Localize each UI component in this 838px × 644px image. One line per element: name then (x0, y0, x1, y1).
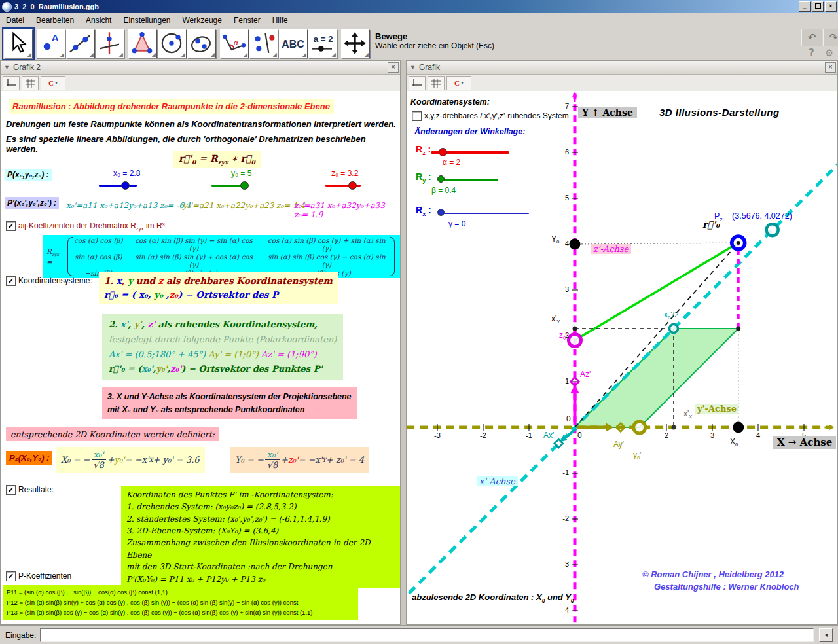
grid-toggle-button[interactable] (428, 76, 445, 90)
Rz-slider-handle[interactable] (439, 148, 447, 156)
menu-item-hilfe[interactable]: Hilfe (266, 14, 294, 26)
move-view-tool[interactable]: ◢ (341, 29, 370, 58)
c-style-icon: C (454, 79, 460, 87)
x0-slider-handle[interactable] (121, 181, 130, 190)
point-x0p-on-diagonal[interactable] (767, 224, 778, 236)
Rx-slider-handle[interactable] (437, 209, 445, 216)
right-canvas[interactable]: -4-3-2-11234567-3-2-12345Y ↑ Achse3D Ill… (407, 91, 837, 624)
system-3-line-1: 3. X und Y-Achse als Koordinatensystem d… (107, 390, 352, 403)
koordinatensysteme-checkbox[interactable]: ✓ (6, 276, 16, 286)
algebra-input[interactable] (40, 628, 814, 642)
close-button[interactable]: × (825, 1, 837, 12)
result-line: 1. drehendes System: (x₀y₀z₀) = (2.8,5,3… (126, 501, 395, 512)
menu-item-einstellungen[interactable]: Einstellungen (117, 14, 176, 26)
collapse-icon[interactable]: ▼ (407, 64, 419, 71)
result-box: Koordinaten des Punktes P' im -Koordinat… (121, 486, 400, 588)
helper-dot-xY[interactable] (573, 327, 577, 331)
input-history-button[interactable]: ◂ (819, 628, 833, 642)
grid-toggle-button[interactable] (22, 76, 39, 90)
result-line: P'(X₀Y₀) = P11 x₀ + P12y₀ + P13 z₀ (126, 573, 395, 585)
P2-point-label[interactable]: P₂(X₀,Y₀) : (6, 451, 52, 465)
P-prime-label[interactable]: P'(x₀',y₀',z₀') : (5, 197, 59, 209)
X0-formula: X₀ = − x₀'√8 + y₀' = −x'X + y₀' = 3.6 (56, 447, 205, 473)
helper-dot-corner[interactable] (736, 327, 740, 331)
menu-item-bearbeiten[interactable]: Bearbeiten (30, 14, 80, 26)
point-x0p-half[interactable] (669, 325, 678, 333)
P-point-label[interactable]: P(x₀,y₀,z₀) : (5, 169, 52, 181)
point-y0p[interactable] (634, 421, 646, 433)
right-graphics-panel: ▼ Grafik × C▾ -4-3-2-11234567-3-2-12345Y… (406, 60, 838, 625)
grid-icon (431, 78, 441, 88)
dropdown-icon: ▾ (461, 80, 464, 86)
green-segment[interactable] (575, 243, 738, 340)
perpendicular-tool[interactable]: ◢ (96, 29, 124, 58)
matrix-grid: cos (α) cos (β)cos (α) sin (β) sin (γ) −… (74, 236, 388, 277)
input-bar: Eingabe: ◂ (0, 625, 838, 644)
Rx-slider-track[interactable] (438, 213, 529, 214)
result-line: Koordinaten des Punktes P' im -Koordinat… (126, 489, 395, 501)
Y0-P-dotted[interactable] (575, 243, 738, 244)
circle-tool[interactable]: ◢ (158, 29, 187, 58)
menu-item-datei[interactable]: Datei (0, 14, 30, 26)
capture-style-button[interactable]: C▾ (41, 76, 65, 90)
Ry-slider-handle[interactable] (437, 175, 445, 183)
Ry-slider-track[interactable] (438, 179, 498, 181)
rotation-formula[interactable]: r⃗'0 = Rzyx ∗ r⃗0 (173, 151, 261, 168)
resultate-checkbox[interactable]: ✓ (6, 485, 16, 495)
slider-tool[interactable]: a = 2◢ (308, 29, 337, 58)
panel-divider[interactable] (401, 60, 406, 625)
conic-tool[interactable]: ◢ (187, 29, 216, 58)
menu-item-ansicht[interactable]: Ansicht (80, 14, 117, 26)
x0-slider-track[interactable] (99, 185, 137, 187)
reflect-tool[interactable]: ◢ (249, 29, 278, 58)
input-label: Eingabe: (5, 631, 36, 640)
point-z0p[interactable] (569, 334, 581, 347)
system-toggle-checkbox[interactable] (412, 111, 422, 121)
left-canvas[interactable]: Raumillusion : Abbildung drehender Raump… (1, 91, 400, 624)
system-3-line-2: mit X₀ und Y₀ als entsprechende Punktkoo… (107, 403, 352, 416)
z0-slider-handle[interactable] (348, 181, 357, 190)
helper-dot-xX[interactable] (671, 425, 676, 430)
angle-tool[interactable]: α◢ (220, 29, 249, 58)
p-koeffizienten-checkbox[interactable]: ✓ (6, 571, 16, 581)
text-tool[interactable]: ABC◢ (279, 29, 308, 58)
tool-hint-title: Bewege (375, 31, 494, 41)
point-X0[interactable] (733, 422, 744, 433)
result-line: Zusammenhang zwischen den Illusionskoord… (126, 537, 395, 561)
ellipse-icon (190, 35, 212, 54)
axes-toggle-button[interactable] (409, 76, 426, 90)
x-prime-formula: x₀'=a11 x₀+a12y₀+a13 z₀= -6.1 (66, 201, 191, 210)
point-Y0[interactable] (570, 239, 581, 250)
aij-checkbox-label: aij-Koeffizienten der Drehmatrix Rzyx im… (18, 221, 167, 232)
help-icon[interactable]: ? (809, 48, 814, 58)
move-tool[interactable]: ◢ (4, 29, 33, 58)
left-panel-close-button[interactable]: × (388, 62, 399, 73)
gear-icon[interactable]: ⚙ (825, 48, 833, 58)
window-title: 3_2_0_Raumillusion.ggb (14, 3, 99, 10)
point-tool[interactable]: A◢ (37, 29, 65, 58)
right-panel-close-button[interactable]: × (825, 62, 836, 73)
y-prime-formula: y₀'=a21 x₀+a22y₀+a23 z₀= 1.4 (183, 201, 305, 210)
y0-slider-handle[interactable] (240, 181, 249, 190)
restore-icon (815, 3, 821, 9)
right-panel-header: ▼ Grafik × (407, 61, 837, 75)
menu-item-fenster[interactable]: Fenster (228, 14, 266, 26)
left-panel-title: Grafik 2 (13, 63, 41, 72)
redo-button[interactable]: ↷ (823, 29, 838, 46)
axes-toggle-button[interactable] (3, 76, 20, 90)
restore-button[interactable] (812, 1, 824, 12)
system-toggle-label: x,y,z-drehbares / x',y',z'-ruhendes Syst… (424, 111, 569, 120)
polygon-tool[interactable]: ◢ (128, 29, 157, 58)
cursor-icon (13, 33, 25, 52)
polygon-icon (134, 35, 149, 51)
capture-style-button[interactable]: C▾ (446, 76, 471, 90)
winkellage-heading: Änderungen der Winkellage: (414, 127, 525, 136)
menu-item-werkzeuge[interactable]: Werkzeuge (176, 14, 227, 26)
undo-button[interactable]: ↶ (801, 29, 822, 46)
resultate-label: Resultate: (18, 485, 54, 494)
collapse-icon[interactable]: ▼ (1, 64, 13, 71)
minimize-button[interactable]: _ (799, 1, 811, 12)
line-tool[interactable]: ◢ (66, 29, 95, 58)
aij-checkbox[interactable]: ✓ (6, 221, 16, 231)
dropdown-icon: ▾ (55, 80, 58, 86)
